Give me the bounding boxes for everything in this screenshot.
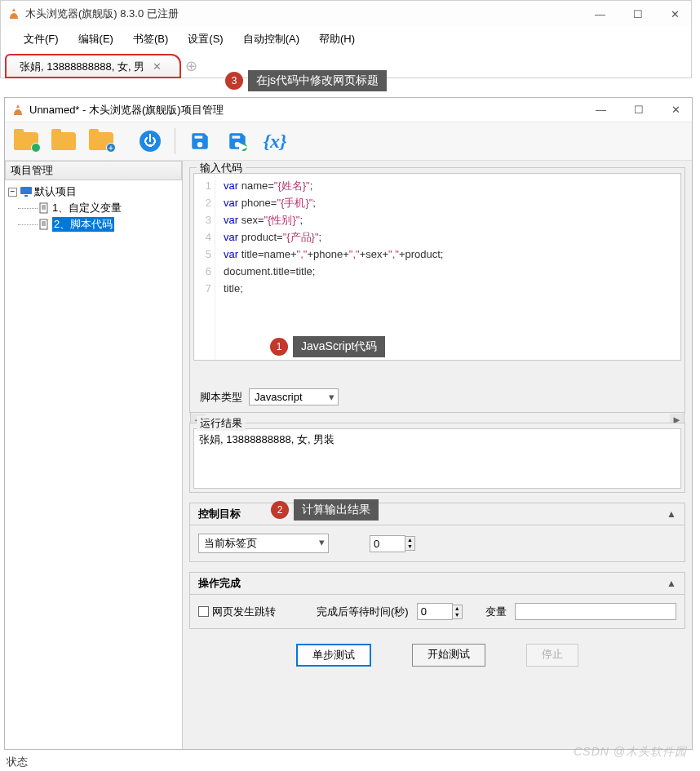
app-icon	[11, 104, 24, 117]
main-titlebar: 木头浏览器(旗舰版) 8.3.0 已注册 — ☐ ✕	[1, 1, 691, 27]
tree-item-1[interactable]: 1、自定义变量	[7, 200, 180, 216]
done-section: 操作完成 ▲ 网页发生跳转 完成后等待时间(秒) ▲▼ 变量	[189, 572, 685, 629]
line-gutter: 1234567	[194, 174, 215, 360]
target-title: 控制目标	[198, 507, 241, 521]
close-icon[interactable]: ✕	[667, 102, 685, 117]
button-row: 单步测试 开始测试 停止	[189, 639, 685, 675]
app-icon	[7, 7, 20, 20]
spin-down-icon[interactable]: ▼	[405, 543, 414, 550]
maximize-icon[interactable]: ☐	[629, 102, 649, 117]
svg-rect-4	[40, 203, 47, 213]
wait-spin[interactable]: ▲▼	[417, 603, 463, 620]
close-icon[interactable]: ✕	[666, 7, 684, 22]
annotation-badge: 3	[225, 72, 243, 90]
save-button[interactable]	[184, 126, 216, 157]
tree-line	[18, 224, 38, 225]
start-test-button[interactable]: 开始测试	[412, 644, 485, 667]
spin-up-icon[interactable]: ▲	[405, 537, 414, 543]
new-project-button[interactable]	[10, 126, 42, 157]
menu-edit[interactable]: 编辑(E)	[72, 30, 120, 48]
tab-title: 张娟, 13888888888, 女, 男	[20, 60, 144, 74]
tree-root-label: 默认项目	[34, 184, 77, 199]
target-index-input[interactable]	[370, 535, 405, 552]
child-titlebar: Unnamed* - 木头浏览器(旗舰版)项目管理 — ☐ ✕	[5, 98, 692, 122]
done-body: 网页发生跳转 完成后等待时间(秒) ▲▼ 变量	[190, 595, 684, 628]
collapse-icon[interactable]: ▲	[667, 508, 676, 520]
panel-header: 项目管理	[5, 161, 182, 180]
menu-bookmark[interactable]: 书签(B)	[126, 30, 175, 48]
var-input[interactable]	[515, 603, 676, 620]
done-title: 操作完成	[198, 576, 241, 591]
collapse-icon[interactable]: ▲	[667, 578, 676, 589]
wait-label: 完成后等待时间(秒)	[317, 605, 409, 619]
svg-rect-8	[40, 219, 47, 229]
minimize-icon[interactable]: —	[591, 102, 611, 117]
variables-button[interactable]: {x}	[259, 126, 291, 157]
svg-text:▶: ▶	[239, 140, 248, 152]
menu-help[interactable]: 帮助(H)	[312, 30, 361, 48]
var-label: 变量	[485, 605, 507, 619]
annotation-badge: 1	[270, 338, 288, 356]
script-type-dropdown[interactable]: Javascript	[249, 388, 339, 405]
script-type-value: Javascript	[255, 391, 303, 403]
open-project-button[interactable]	[47, 126, 80, 157]
target-dropdown[interactable]: 当前标签页	[198, 534, 329, 553]
code-group: 输入代码 1234567 var name="{姓名}"; var phone=…	[189, 167, 685, 413]
menu-auto[interactable]: 自动控制(A)	[237, 30, 306, 48]
target-section: 控制目标 ▲ 当前标签页 ▲▼	[189, 503, 685, 562]
result-legend: 运行结果	[197, 416, 246, 431]
tree-item-2[interactable]: 2、脚本代码	[7, 216, 180, 233]
project-tree: − 默认项目 1、自定义变量 2、脚本代码	[5, 180, 182, 749]
done-head: 操作完成 ▲	[190, 573, 684, 595]
target-body: 当前标签页 ▲▼	[190, 525, 684, 561]
menubar: 文件(F) 编辑(E) 书签(B) 设置(S) 自动控制(A) 帮助(H)	[1, 27, 691, 53]
right-panel: 输入代码 1234567 var name="{姓名}"; var phone=…	[183, 161, 692, 749]
toolbar-divider	[175, 128, 175, 154]
power-button[interactable]: ⏻	[134, 126, 166, 157]
spin-down-icon[interactable]: ▼	[453, 612, 462, 618]
result-group: 运行结果 张娟, 13888888888, 女, 男装	[189, 423, 685, 493]
annotation-label: 计算输出结果	[294, 499, 379, 521]
tree-item-label: 1、自定义变量	[52, 201, 122, 215]
wait-input[interactable]	[417, 603, 453, 620]
add-project-button[interactable]: +	[85, 126, 117, 157]
annotation-2: 2 计算输出结果	[271, 499, 379, 521]
maximize-icon[interactable]: ☐	[628, 7, 648, 22]
redirect-label: 网页发生跳转	[212, 605, 276, 619]
tab-close-icon[interactable]: ✕	[153, 60, 162, 73]
step-test-button[interactable]: 单步测试	[296, 644, 371, 667]
status-bar: 状态	[3, 753, 31, 771]
vertical-scrollbar[interactable]	[674, 177, 681, 357]
tree-collapse-icon[interactable]: −	[8, 188, 17, 197]
document-icon	[38, 202, 51, 214]
browser-tab[interactable]: 张娟, 13888888888, 女, 男 ✕	[6, 55, 180, 78]
target-index-spin[interactable]: ▲▼	[370, 535, 415, 552]
main-title: 木头浏览器(旗舰版) 8.3.0 已注册	[25, 7, 590, 21]
watermark: CSDN @木头软件园	[574, 745, 687, 760]
window-controls: — ☐ ✕	[591, 102, 685, 117]
menu-settings[interactable]: 设置(S)	[181, 30, 229, 48]
redirect-checkbox[interactable]: 网页发生跳转	[198, 605, 276, 619]
script-type-label: 脚本类型	[200, 390, 242, 405]
menu-file[interactable]: 文件(F)	[17, 30, 65, 48]
svg-rect-3	[24, 195, 28, 197]
project-window: Unnamed* - 木头浏览器(旗舰版)项目管理 — ☐ ✕ + ⏻ ▶ {x…	[4, 97, 693, 750]
result-output[interactable]: 张娟, 13888888888, 女, 男装	[193, 428, 681, 489]
spin-up-icon[interactable]: ▲	[453, 605, 462, 612]
code-content: var name="{姓名}"; var phone="{手机}"; var s…	[215, 174, 680, 360]
stop-button: 停止	[526, 644, 578, 667]
annotation-label: JavaScript代码	[293, 336, 385, 357]
child-title: Unnamed* - 木头浏览器(旗舰版)项目管理	[29, 103, 591, 117]
child-body: 项目管理 − 默认项目 1、自定义变量 2、脚本代码	[5, 161, 692, 749]
target-dropdown-value: 当前标签页	[204, 537, 257, 549]
svg-rect-2	[20, 187, 32, 194]
annotation-badge: 2	[271, 501, 289, 519]
minimize-icon[interactable]: —	[590, 7, 610, 22]
annotation-3: 3 在js代码中修改网页标题	[225, 70, 387, 91]
tree-root[interactable]: − 默认项目	[7, 184, 180, 200]
code-editor[interactable]: 1234567 var name="{姓名}"; var phone="{手机}…	[193, 173, 681, 361]
new-tab-icon[interactable]: ⊕	[182, 55, 201, 77]
tree-line	[18, 208, 38, 209]
save-as-button[interactable]: ▶	[221, 126, 254, 157]
monitor-icon	[20, 186, 33, 197]
